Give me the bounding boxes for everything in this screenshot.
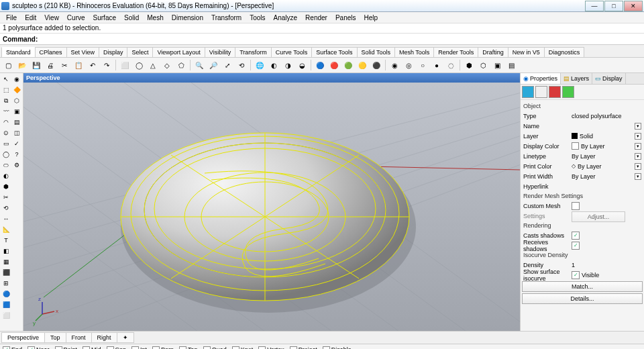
tab-display[interactable]: ▭Display	[592, 73, 626, 84]
tool-button[interactable]: ⬭	[1, 160, 11, 170]
toolbar-button[interactable]: ⤢	[221, 58, 234, 72]
osnap-end[interactable]: ✓End	[3, 346, 22, 350]
viewtab-right[interactable]: Right	[91, 332, 117, 343]
tool-button[interactable]: ▭	[1, 138, 11, 149]
osnap-near[interactable]: ✓Near	[28, 346, 50, 350]
toolbar-button[interactable]: △	[146, 58, 160, 72]
toolbar-button[interactable]: ▣	[490, 58, 504, 72]
tab-curve-tools[interactable]: Curve Tools	[271, 47, 312, 57]
toolbar-button[interactable]: 🔴	[327, 58, 341, 72]
tool-button[interactable]: ◧	[1, 246, 11, 256]
tool-button[interactable]: ▤	[11, 117, 22, 128]
prop-layer-value[interactable]: Solid	[572, 133, 635, 140]
menu-tools[interactable]: Tools	[246, 13, 268, 22]
toolbar-button[interactable]: 🖨	[44, 58, 57, 72]
command-input[interactable]	[40, 34, 641, 44]
osnap-mid[interactable]: Mid	[83, 346, 101, 350]
tool-button[interactable]: ↖	[1, 74, 11, 85]
menu-file[interactable]: File	[3, 13, 20, 22]
prop-linetype-value[interactable]: By Layer	[572, 153, 635, 160]
toolbar-button[interactable]: ⬢	[462, 58, 476, 72]
tool-button[interactable]: ⟲	[1, 203, 11, 213]
tool-button[interactable]: ⬢	[1, 181, 11, 192]
tool-button[interactable]: 〰	[1, 106, 11, 117]
tool-button[interactable]: ⬚	[1, 85, 11, 95]
toolbar-button[interactable]: ⬜	[118, 58, 131, 72]
tool-button[interactable]: ⬡	[11, 95, 22, 106]
maximize-button[interactable]: □	[604, 1, 623, 11]
details-button[interactable]: Details...	[522, 293, 643, 304]
tool-button[interactable]: ⬜	[1, 310, 11, 321]
tab-mesh-tools[interactable]: Mesh Tools	[394, 47, 434, 57]
tab-layers[interactable]: ▤Layers	[561, 73, 592, 84]
tool-button[interactable]: ◯	[1, 149, 11, 160]
dropdown-icon[interactable]: ▾	[635, 153, 641, 160]
toolbar-button[interactable]: 💾	[30, 58, 43, 72]
menu-mesh[interactable]: Mesh	[144, 13, 166, 22]
command-line[interactable]: Command:	[0, 34, 644, 45]
menu-panels[interactable]: Panels	[332, 13, 360, 22]
tool-button[interactable]: ⚙	[11, 160, 22, 170]
toolbar-button[interactable]: ↶	[86, 58, 99, 72]
menu-edit[interactable]: Edit	[21, 13, 40, 22]
casts-checkbox[interactable]: ✓	[572, 232, 580, 240]
prop-printcolor-value[interactable]: ◇By Layer	[572, 163, 635, 170]
texture-props-icon[interactable]	[549, 86, 561, 98]
menu-help[interactable]: Help	[361, 13, 382, 22]
tool-button[interactable]: ◐	[1, 170, 11, 181]
toolbar-button[interactable]: ◉	[388, 58, 401, 72]
toolbar-button[interactable]: ◇	[160, 58, 174, 72]
toolbar-button[interactable]: 🟡	[356, 58, 369, 72]
osnap-int[interactable]: Int	[131, 346, 147, 350]
tool-button[interactable]: 📐	[1, 224, 11, 235]
viewtab-front[interactable]: Front	[66, 332, 92, 343]
toolbar-button[interactable]: 📋	[72, 58, 85, 72]
viewtab-top[interactable]: Top	[44, 332, 66, 343]
toolbar-button[interactable]: 📂	[15, 58, 29, 72]
menu-view[interactable]: View	[41, 13, 62, 22]
dropdown-icon[interactable]: ▾	[635, 133, 641, 140]
viewtab-add[interactable]: ✦	[117, 332, 134, 343]
toolbar-button[interactable]: ◎	[402, 58, 415, 72]
toolbar-button[interactable]: ●	[430, 58, 443, 72]
tool-button[interactable]: ?	[11, 149, 22, 160]
osnap-vertex[interactable]: Vertex	[258, 346, 284, 350]
toolbar-button[interactable]: ◐	[267, 58, 280, 72]
tool-button[interactable]: ⊙	[1, 128, 11, 138]
tool-button[interactable]: ◫	[11, 128, 22, 138]
tab-cplanes[interactable]: CPlanes	[35, 47, 67, 57]
toolbar-button[interactable]: ⚫	[370, 58, 383, 72]
tool-button[interactable]: 🟦	[1, 299, 11, 310]
menu-dimension[interactable]: Dimension	[168, 13, 207, 22]
viewtab-perspective[interactable]: Perspective	[1, 332, 45, 343]
toolbar-button[interactable]: ✂	[58, 58, 71, 72]
tool-button[interactable]: ⊞	[1, 278, 11, 289]
tab-new-in-v5[interactable]: New in V5	[508, 47, 545, 57]
density-value[interactable]: 1	[572, 262, 641, 268]
menu-transform[interactable]: Transform	[208, 13, 245, 22]
match-button[interactable]: Match...	[522, 281, 643, 292]
tab-drafting[interactable]: Drafting	[478, 47, 508, 57]
osnap-knot[interactable]: Knot	[232, 346, 254, 350]
tool-button[interactable]: 🔶	[11, 85, 22, 95]
tab-render-tools[interactable]: Render Tools	[433, 47, 478, 57]
material-props-icon[interactable]	[535, 86, 547, 98]
toolbar-button[interactable]: ◑	[281, 58, 294, 72]
toolbar-button[interactable]: 🔍	[193, 58, 206, 72]
toolbar-button[interactable]: 🔎	[207, 58, 220, 72]
tab-display[interactable]: Display	[99, 47, 128, 57]
toolbar-button[interactable]: ◒	[295, 58, 309, 72]
tab-transform[interactable]: Transform	[235, 47, 272, 57]
dropdown-icon[interactable]: ▾	[635, 163, 641, 170]
menu-render[interactable]: Render	[302, 13, 331, 22]
viewport[interactable]: x y z	[23, 83, 520, 331]
osnap-cen[interactable]: Cen	[107, 346, 127, 350]
prop-displaycolor-value[interactable]: By Layer	[572, 142, 635, 150]
toolbar-button[interactable]: ◯	[132, 58, 146, 72]
toolbar-button[interactable]: ↷	[100, 58, 113, 72]
tool-button[interactable]: ⬛	[1, 267, 11, 278]
custommesh-checkbox[interactable]	[572, 202, 580, 210]
tool-button[interactable]: ✂	[1, 192, 11, 203]
tool-button[interactable]: ▦	[1, 256, 11, 267]
tab-surface-tools[interactable]: Surface Tools	[311, 47, 357, 57]
